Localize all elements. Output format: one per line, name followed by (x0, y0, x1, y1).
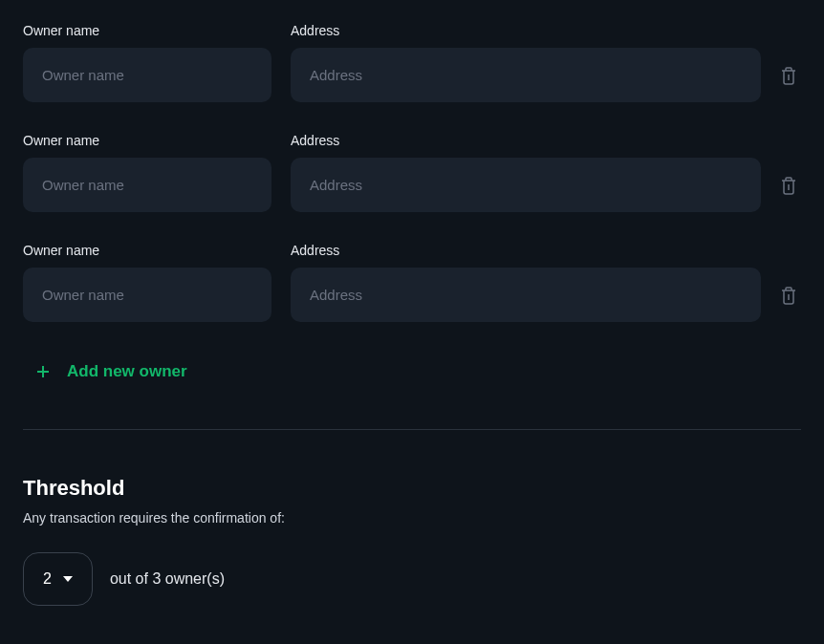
owner-name-group: Owner name (23, 243, 271, 322)
owner-name-label: Owner name (23, 23, 271, 38)
trash-icon (780, 286, 797, 305)
delete-owner-button[interactable] (780, 159, 801, 212)
delete-owner-button[interactable] (780, 49, 801, 102)
delete-owner-button[interactable] (780, 268, 801, 322)
owner-name-label: Owner name (23, 243, 271, 258)
owner-row: Owner name Address (23, 23, 801, 102)
owner-name-input[interactable] (23, 48, 271, 102)
threshold-title: Threshold (23, 476, 801, 501)
owner-address-group: Address (291, 243, 761, 322)
threshold-select[interactable]: 2 (23, 552, 93, 606)
owner-address-group: Address (291, 133, 761, 212)
owner-name-input[interactable] (23, 158, 271, 212)
owner-address-label: Address (291, 133, 761, 148)
threshold-suffix: out of 3 owner(s) (110, 570, 225, 588)
threshold-value: 2 (43, 570, 52, 588)
owner-address-label: Address (291, 243, 761, 258)
owner-address-input[interactable] (291, 158, 761, 212)
owner-name-label: Owner name (23, 133, 271, 148)
owner-row: Owner name Address (23, 243, 801, 322)
owner-address-group: Address (291, 23, 761, 102)
owner-address-label: Address (291, 23, 761, 38)
add-owner-button[interactable]: Add new owner (23, 353, 201, 391)
owner-name-input[interactable] (23, 268, 271, 322)
trash-icon (780, 66, 797, 85)
owner-row: Owner name Address (23, 133, 801, 212)
threshold-description: Any transaction requires the confirmatio… (23, 510, 801, 526)
caret-down-icon (63, 576, 73, 582)
owner-address-input[interactable] (291, 48, 761, 102)
owner-name-group: Owner name (23, 23, 271, 102)
trash-icon (780, 176, 797, 195)
plus-icon (36, 365, 50, 378)
section-divider (23, 429, 801, 430)
owner-name-group: Owner name (23, 133, 271, 212)
add-owner-label: Add new owner (67, 362, 187, 381)
threshold-row: 2 out of 3 owner(s) (23, 552, 801, 606)
owner-address-input[interactable] (291, 268, 761, 322)
